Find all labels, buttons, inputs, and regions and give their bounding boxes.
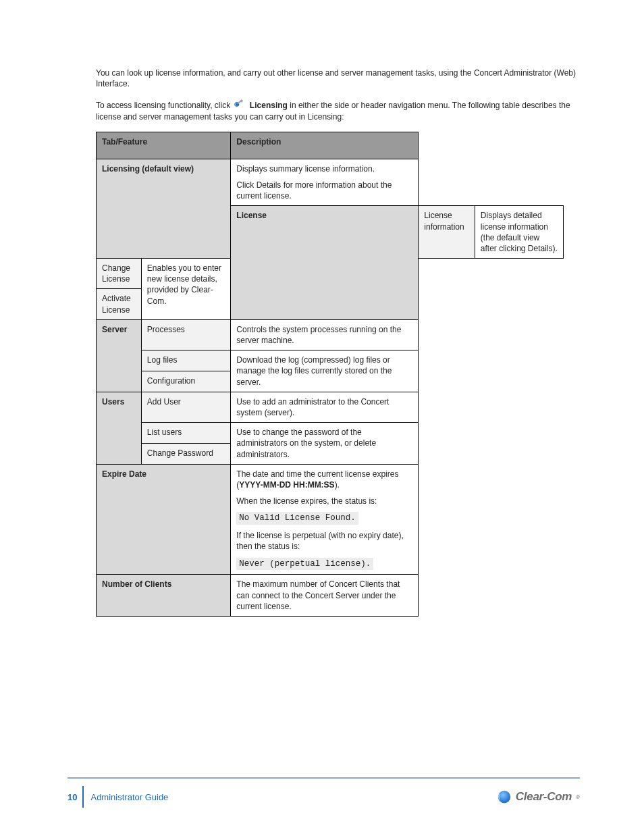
footer-divider — [82, 786, 84, 808]
num-clients-desc: The maximum number of Concert Clients th… — [231, 575, 419, 617]
table-cell: Processes — [141, 319, 230, 350]
code-no-license: No Valid License Found. — [236, 512, 358, 525]
intro-paragraphs: You can look up license information, and… — [96, 68, 580, 122]
table-cell: License information — [419, 206, 475, 259]
table-cell: License — [231, 206, 419, 320]
table-cell: Server — [97, 319, 142, 392]
page-footer: 10 Administrator Guide Clear-Com ® — [68, 777, 580, 810]
brand-logo: Clear-Com ® — [497, 789, 580, 804]
expire-date-desc: The date and time the current license ex… — [231, 464, 419, 575]
table-cell: Displays summary license information.Cli… — [231, 159, 419, 206]
table-cell: Users — [97, 392, 142, 464]
table-cell: Controls the system processes running on… — [231, 319, 419, 350]
table-cell: Use to change the password of the admini… — [231, 423, 419, 465]
svg-point-5 — [498, 791, 510, 803]
col-tab-feature: Tab/Feature — [97, 132, 231, 159]
key-icon — [234, 99, 246, 111]
intro-p1: You can look up license information, and… — [96, 68, 580, 89]
col-description: Description — [231, 132, 419, 159]
footer-title: Administrator Guide — [90, 792, 168, 802]
expire-date-label: Expire Date — [97, 464, 231, 575]
table-cell: Configuration — [141, 371, 230, 392]
licensing-table: Tab/Feature Description Licensing (defau… — [96, 132, 564, 617]
registered-mark: ® — [576, 794, 580, 800]
num-clients-label: Number of Clients — [97, 575, 231, 617]
code-perpetual: Never (perpetual license). — [236, 558, 373, 571]
table-cell: Licensing (default view) — [97, 159, 231, 258]
table-cell: Displays detailed license information (t… — [475, 206, 563, 259]
table-cell: List users — [141, 423, 230, 444]
licensing-link-label: Licensing — [248, 101, 288, 110]
table-cell: Activate License — [97, 289, 142, 319]
page-number: 10 — [68, 792, 82, 802]
table-cell: Add User — [141, 392, 230, 422]
brand-mark-icon — [497, 789, 512, 804]
table-cell: Use to add an administrator to the Conce… — [231, 392, 419, 422]
brand-text: Clear-Com — [516, 790, 572, 804]
table-cell: Download the log (compressed) log files … — [231, 350, 419, 392]
intro-p2: To access licensing functionality, click… — [96, 99, 580, 122]
table-cell: Log files — [141, 350, 230, 371]
table-cell: Change License — [97, 259, 142, 289]
table-cell: Enables you to enter new license details… — [141, 259, 230, 320]
table-cell: Change Password — [141, 443, 230, 464]
